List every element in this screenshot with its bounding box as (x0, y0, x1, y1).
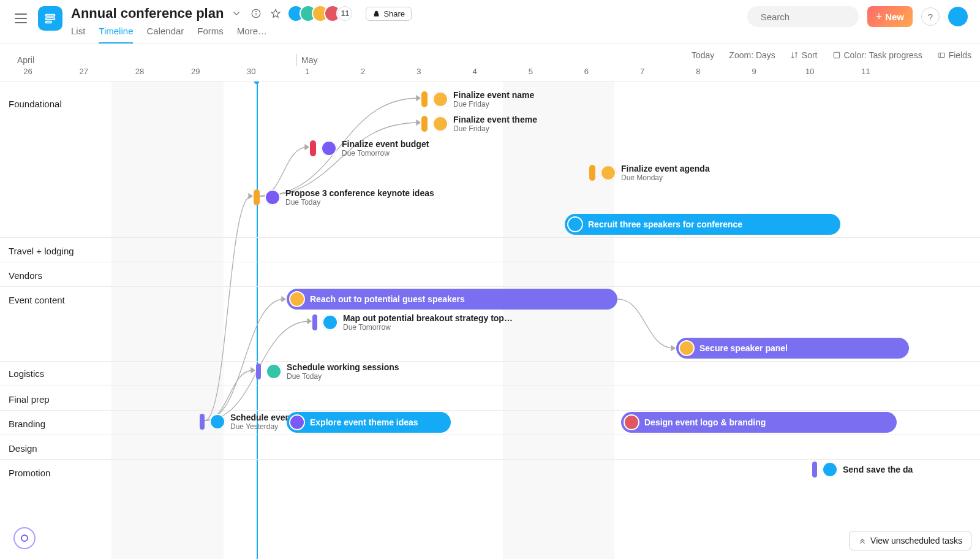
svg-rect-9 (834, 52, 839, 58)
task[interactable]: Reach out to potential guest speakers (287, 289, 617, 310)
date-cell: 28 (111, 67, 167, 81)
task-chip (312, 314, 317, 330)
double-chevron-up-icon (858, 536, 867, 545)
task[interactable]: Schedule working sessionsDue Today (256, 362, 399, 381)
star-icon[interactable] (269, 7, 282, 20)
task[interactable]: Finalize event themeDue Friday (421, 115, 537, 133)
task-due: Due Today (287, 372, 399, 381)
view-unscheduled-button[interactable]: View unscheduled tasks (849, 531, 971, 550)
date-cell: 7 (614, 67, 670, 81)
date-cell: 10 (782, 67, 838, 81)
task-chip (254, 189, 260, 205)
date-cell: 6 (559, 67, 614, 81)
task-pill: Secure speaker panel (676, 338, 909, 359)
project-title[interactable]: Annual conference plan (71, 6, 224, 21)
assignee-avatar (289, 414, 305, 430)
date-cell: 26 (0, 67, 56, 81)
task[interactable]: Finalize event agendaDue Monday (589, 164, 710, 182)
svg-marker-6 (272, 9, 281, 17)
section-label[interactable]: Branding (9, 419, 45, 429)
month-label: May (301, 55, 317, 65)
share-label: Share (383, 9, 405, 18)
task-title: Finalize event agenda (621, 164, 710, 173)
section-label[interactable]: Travel + lodging (9, 246, 74, 256)
assignee-avatar (266, 363, 282, 379)
today-indicator (257, 82, 258, 559)
task-due: Due Tomorrow (343, 323, 513, 332)
task-chip (589, 165, 595, 181)
section-label[interactable]: Promotion (9, 468, 50, 478)
current-user-avatar[interactable] (948, 7, 968, 26)
search-input[interactable] (747, 6, 859, 27)
task[interactable]: Propose 3 conference keynote ideasDue To… (254, 188, 434, 207)
task-due: Due Monday (621, 173, 710, 182)
task-chip (200, 414, 205, 430)
task-chip (256, 363, 261, 379)
fields-button[interactable]: Fields (937, 50, 971, 60)
chevron-down-icon[interactable] (230, 7, 243, 20)
task-title: Finalize event theme (453, 115, 537, 124)
task-title: Recruit three speakers for conference (588, 219, 742, 229)
task-pill: Explore event theme ideas (287, 412, 451, 433)
task-due: Due Friday (453, 100, 534, 108)
new-button[interactable]: +New (867, 6, 913, 27)
task-chip (421, 91, 428, 107)
task[interactable]: Send save the da (812, 462, 913, 477)
tab-calendar[interactable]: Calendar (146, 26, 184, 44)
section-label[interactable]: Final prep (9, 394, 50, 405)
task[interactable]: Finalize event budgetDue Tomorrow (310, 139, 429, 158)
assignee-avatar (321, 140, 337, 156)
lock-icon (372, 10, 380, 18)
timeline-canvas[interactable]: FoundationalTravel + lodgingVendorsEvent… (0, 82, 980, 559)
task-title: Schedule working sessions (287, 362, 399, 372)
search-field[interactable] (761, 12, 877, 22)
task[interactable]: Recruit three speakers for conference (565, 214, 840, 235)
tab-forms[interactable]: Forms (197, 26, 224, 44)
assignee-avatar (289, 291, 305, 307)
svg-rect-1 (46, 18, 55, 20)
today-button[interactable]: Today (692, 50, 714, 60)
task-title: Design event logo & branding (644, 417, 766, 427)
task-title: Finalize event name (453, 90, 534, 100)
tab-more[interactable]: More… (237, 26, 267, 44)
member-avatars[interactable]: 11 (292, 5, 353, 22)
header-right: +New ? (747, 6, 968, 27)
section-label[interactable]: Vendors (9, 270, 42, 281)
task-title: Reach out to potential guest speakers (310, 294, 465, 304)
color-button[interactable]: Color: Task progress (832, 50, 922, 60)
info-icon[interactable] (249, 7, 263, 20)
share-button[interactable]: Share (366, 7, 412, 21)
assignee-avatar (822, 462, 838, 477)
task-chip (812, 462, 817, 477)
menu-icon[interactable] (12, 10, 29, 27)
section-label[interactable]: Design (9, 443, 37, 454)
task-due: Due Tomorrow (342, 149, 429, 158)
task[interactable]: Explore event theme ideas (287, 412, 451, 433)
task[interactable]: Secure speaker panel (676, 338, 909, 359)
date-cell: 9 (726, 67, 782, 81)
tab-timeline[interactable]: Timeline (99, 26, 133, 44)
task-title: Propose 3 conference keynote ideas (285, 188, 434, 198)
task-pill: Recruit three speakers for conference (565, 214, 840, 235)
task-chip (421, 116, 428, 132)
month-label: April (17, 55, 34, 65)
date-cell: 2 (335, 67, 391, 81)
task[interactable]: Map out potential breakout strategy top…… (312, 313, 513, 332)
section-label[interactable]: Logistics (9, 368, 44, 379)
assignee-avatar (624, 414, 639, 430)
task-due: Due Today (285, 198, 434, 207)
section-label[interactable]: Foundational (9, 99, 62, 109)
date-cell: 5 (503, 67, 559, 81)
help-icon[interactable]: ? (921, 7, 940, 26)
feedback-icon[interactable] (13, 527, 36, 549)
task[interactable]: Design event logo & branding (621, 412, 897, 433)
sort-button[interactable]: Sort (790, 50, 818, 60)
date-cell: 30 (224, 67, 279, 81)
task[interactable]: Finalize event nameDue Friday (421, 90, 534, 108)
zoom-button[interactable]: Zoom: Days (729, 50, 775, 60)
tab-list[interactable]: List (71, 26, 85, 44)
section-label[interactable]: Event content (9, 295, 65, 305)
svg-point-5 (256, 12, 257, 12)
date-cell: 3 (391, 67, 447, 81)
project-icon[interactable] (38, 6, 62, 31)
